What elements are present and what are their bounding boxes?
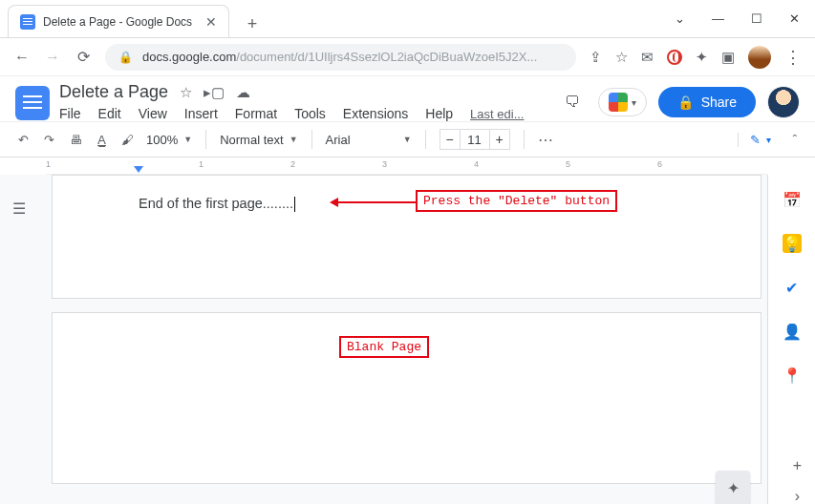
addons-icon[interactable]: + bbox=[793, 457, 802, 474]
indent-marker-icon[interactable] bbox=[134, 166, 143, 173]
toolbar-more-icon[interactable]: ⋯ bbox=[538, 131, 555, 149]
horizontal-ruler[interactable]: 1 1 2 3 4 5 6 bbox=[46, 158, 767, 175]
comment-history-icon[interactable]: 🗨 bbox=[558, 89, 587, 116]
url-path: /document/d/1UIljrs4SsezlOL2iaQcDiBuaWzo… bbox=[236, 50, 537, 64]
chrome-address-bar: ← → ⟳ 🔒 docs.google.com/document/d/1UIlj… bbox=[0, 38, 815, 76]
account-avatar[interactable] bbox=[767, 86, 800, 118]
ruler-tick: 4 bbox=[474, 159, 479, 169]
cloud-status-icon[interactable]: ☁ bbox=[236, 84, 250, 101]
keep-icon[interactable]: 💡 bbox=[783, 234, 802, 253]
editing-mode-button[interactable]: ✎ ▾ bbox=[738, 133, 771, 147]
nav-back-icon[interactable]: ← bbox=[13, 49, 31, 66]
annotation-blank-page: Blank Page bbox=[339, 336, 429, 358]
text-cursor bbox=[294, 197, 295, 212]
annotation-delete-hint: Press the "Delete" button bbox=[416, 190, 617, 212]
star-icon[interactable]: ☆ bbox=[615, 49, 628, 66]
star-doc-icon[interactable]: ☆ bbox=[180, 84, 192, 101]
toolbar-separator bbox=[311, 130, 312, 149]
font-size-decrease[interactable]: − bbox=[440, 129, 461, 150]
annotation-arrow-line bbox=[338, 201, 417, 203]
ruler-tick: 1 bbox=[199, 159, 204, 169]
meet-button[interactable]: ▾ bbox=[598, 88, 647, 116]
chrome-titlebar: Delete a Page - Google Docs ✕ + ⌄ — ☐ ✕ bbox=[0, 0, 815, 38]
print-icon[interactable]: 🖶 bbox=[67, 133, 85, 147]
font-select[interactable]: Arial▼ bbox=[326, 133, 412, 147]
docs-header: Delete a Page ☆ ▸▢ ☁ File Edit View Inse… bbox=[0, 76, 815, 121]
chrome-menu-icon[interactable]: ⋮ bbox=[784, 47, 802, 68]
chevron-down-icon[interactable]: ⌄ bbox=[675, 11, 685, 26]
tab-title: Delete a Page - Google Docs bbox=[43, 15, 192, 29]
ruler-tick: 1 bbox=[46, 159, 51, 169]
menu-tools[interactable]: Tools bbox=[294, 106, 326, 121]
redo-icon[interactable]: ↷ bbox=[41, 133, 57, 147]
chrome-profile-avatar[interactable] bbox=[748, 46, 771, 69]
font-size-increase[interactable]: + bbox=[489, 129, 510, 150]
move-doc-icon[interactable]: ▸▢ bbox=[204, 84, 225, 101]
contacts-icon[interactable]: 👤 bbox=[783, 322, 802, 341]
toolbar-separator bbox=[425, 130, 426, 149]
collapse-toolbar-icon[interactable]: ˆ bbox=[790, 133, 800, 147]
docs-toolbar: ↶ ↷ 🖶 A̲ 🖌 100%▼ Normal text▼ Arial▼ − 1… bbox=[0, 121, 815, 158]
zoom-value: 100% bbox=[146, 133, 178, 147]
menu-edit[interactable]: Edit bbox=[98, 106, 121, 121]
pen-icon: ✎ bbox=[750, 133, 761, 147]
tasks-icon[interactable]: ✔ bbox=[783, 278, 802, 297]
browser-tab[interactable]: Delete a Page - Google Docs ✕ bbox=[8, 5, 229, 37]
document-outline-icon[interactable]: ☰ bbox=[12, 200, 33, 220]
url-host: docs.google.com bbox=[142, 50, 236, 64]
collapse-sidepanel-icon[interactable]: › bbox=[795, 488, 800, 504]
new-tab-button[interactable]: + bbox=[239, 10, 266, 37]
font-size-stepper: − 11 + bbox=[440, 129, 510, 150]
side-panel: 📅 💡 ✔ 👤 📍 bbox=[767, 175, 815, 504]
document-canvas: ☰ End of the first page........ Press th… bbox=[0, 175, 815, 504]
lock-icon: 🔒 bbox=[118, 51, 133, 64]
menu-insert[interactable]: Insert bbox=[184, 106, 218, 121]
docs-favicon bbox=[20, 14, 35, 30]
menu-extensions[interactable]: Extensions bbox=[343, 106, 408, 121]
paint-format-icon[interactable]: 🖌 bbox=[118, 133, 137, 147]
menu-help[interactable]: Help bbox=[425, 106, 453, 121]
nav-reload-icon[interactable]: ⟳ bbox=[75, 48, 92, 66]
nav-forward-icon[interactable]: → bbox=[44, 49, 61, 66]
spellcheck-icon[interactable]: A̲ bbox=[95, 133, 109, 147]
menu-view[interactable]: View bbox=[139, 106, 167, 121]
style-select[interactable]: Normal text▼ bbox=[220, 133, 297, 147]
menu-file[interactable]: File bbox=[59, 106, 81, 121]
calendar-icon[interactable]: 📅 bbox=[783, 190, 802, 209]
zoom-select[interactable]: 100%▼ bbox=[146, 133, 192, 147]
toolbar-separator bbox=[524, 130, 525, 149]
explore-button[interactable]: ✦ bbox=[716, 471, 750, 504]
menu-format[interactable]: Format bbox=[235, 106, 277, 121]
window-close-icon[interactable]: ✕ bbox=[789, 11, 800, 26]
document-page-1[interactable]: End of the first page........ Press the … bbox=[52, 175, 761, 299]
style-value: Normal text bbox=[220, 133, 283, 147]
url-text: docs.google.com/document/d/1UIljrs4Ssezl… bbox=[142, 50, 537, 64]
toolbar-separator bbox=[205, 130, 206, 149]
lock-share-icon: 🔒 bbox=[677, 94, 694, 110]
last-edit-link[interactable]: Last edi... bbox=[470, 107, 524, 121]
page1-text[interactable]: End of the first page........ bbox=[139, 196, 293, 211]
share-label: Share bbox=[701, 94, 737, 110]
docs-logo-icon[interactable] bbox=[15, 86, 50, 120]
window-minimize-icon[interactable]: — bbox=[712, 11, 724, 26]
font-size-value[interactable]: 11 bbox=[461, 129, 489, 150]
share-page-icon[interactable]: ⇪ bbox=[590, 49, 602, 66]
ruler-tick: 2 bbox=[290, 159, 295, 169]
share-button[interactable]: 🔒 Share bbox=[658, 87, 756, 117]
caret-down-icon: ▾ bbox=[766, 135, 771, 145]
document-title[interactable]: Delete a Page bbox=[59, 82, 168, 102]
mail-icon[interactable]: ✉ bbox=[641, 49, 654, 66]
document-page-2[interactable]: Blank Page bbox=[52, 312, 761, 484]
maps-icon[interactable]: 📍 bbox=[783, 366, 802, 385]
tab-close-icon[interactable]: ✕ bbox=[205, 14, 217, 30]
opera-extension-icon[interactable] bbox=[667, 50, 682, 65]
window-maximize-icon[interactable]: ☐ bbox=[751, 11, 762, 26]
caret-down-icon: ▾ bbox=[632, 97, 636, 108]
extensions-icon[interactable]: ✦ bbox=[696, 49, 708, 66]
undo-icon[interactable]: ↶ bbox=[15, 133, 32, 147]
sidepanel-icon[interactable]: ▣ bbox=[721, 49, 735, 66]
annotation-arrow-head bbox=[330, 198, 338, 207]
ruler-tick: 5 bbox=[566, 159, 570, 169]
url-input[interactable]: 🔒 docs.google.com/document/d/1UIljrs4Sse… bbox=[105, 44, 576, 71]
docs-menubar: File Edit View Insert Format Tools Exten… bbox=[59, 106, 548, 121]
